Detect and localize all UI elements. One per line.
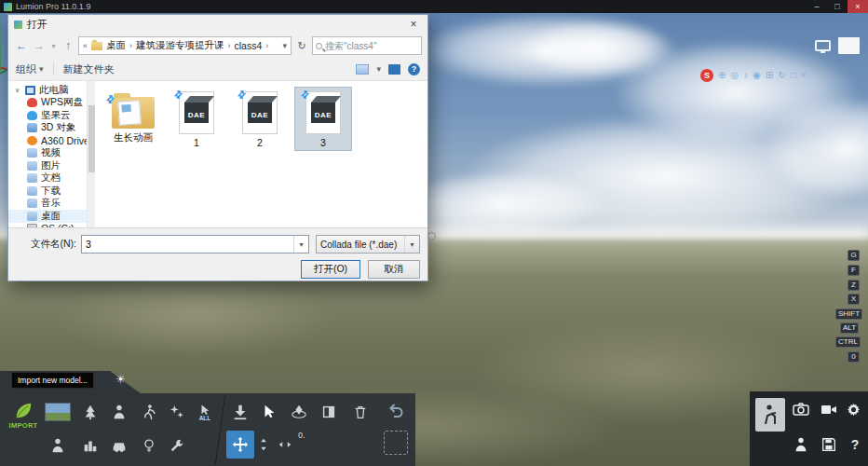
close-tool-icon[interactable]: ×	[801, 69, 807, 82]
import-button[interactable]: IMPORT	[5, 401, 42, 430]
expand-icon[interactable]: ∨	[15, 87, 21, 94]
tree-icon	[82, 404, 99, 420]
sidebar-item-videos[interactable]: 视频	[8, 147, 87, 160]
help-button[interactable]: ?	[843, 432, 867, 457]
character-category-button[interactable]	[105, 398, 133, 426]
cancel-button[interactable]: 取消	[368, 260, 420, 279]
keyboard-icon[interactable]: ⊞	[766, 69, 773, 82]
display-icon[interactable]	[815, 40, 831, 51]
search-input[interactable]	[325, 41, 418, 51]
mic-icon[interactable]: ♪	[743, 69, 748, 82]
file-item-dae-3-selected[interactable]: DAE ⇄ 3	[294, 87, 352, 151]
sidebar-item-music[interactable]: 音乐	[8, 198, 87, 211]
nature-library-button[interactable]	[44, 398, 72, 426]
breadcrumb-item-class4[interactable]: class4	[235, 40, 263, 51]
movie-button[interactable]	[817, 397, 841, 421]
chevron-icon: ›	[129, 41, 132, 50]
breadcrumb-item-course[interactable]: 建筑漫游专项提升课	[136, 39, 224, 52]
new-folder-button[interactable]: 新建文件夹	[63, 62, 115, 76]
filename-input[interactable]	[82, 239, 293, 250]
delete-object-button[interactable]	[346, 398, 374, 426]
utilities-button[interactable]	[163, 432, 191, 459]
settings-button[interactable]	[843, 399, 863, 419]
preview-pane-icon[interactable]	[388, 64, 400, 75]
vehicle-category-button[interactable]	[105, 432, 133, 459]
selection-marquee-button[interactable]	[384, 431, 408, 455]
file-item-folder[interactable]: ⇄ 生长动画	[104, 87, 162, 147]
photo-mode-button[interactable]	[755, 398, 785, 432]
place-object-button[interactable]	[226, 398, 254, 426]
window-title: Lumion Pro 11.0.1.9	[16, 2, 90, 11]
animated-people-button[interactable]	[135, 398, 163, 426]
help-icon[interactable]: ?	[408, 63, 420, 75]
organize-menu[interactable]: 组织 ▾	[16, 62, 44, 76]
breadcrumb-collapse[interactable]: «	[83, 41, 88, 50]
minimize-button[interactable]: –	[807, 0, 827, 13]
breadcrumb-item-desktop[interactable]: 桌面	[106, 39, 126, 52]
photo-button[interactable]	[789, 397, 813, 421]
move-horizontal-button[interactable]	[274, 431, 296, 459]
sidebar-item-downloads[interactable]: 下载	[8, 185, 87, 198]
file-name: 3	[320, 137, 326, 148]
filetype-dropdown-icon[interactable]: ▾	[404, 236, 419, 253]
select-all-button[interactable]: ALL	[191, 398, 219, 426]
mass-placement-button[interactable]	[76, 432, 104, 459]
sidebar-item-this-pc[interactable]: ∨ 此电脑	[8, 84, 87, 97]
nudge-value[interactable]: 0.	[298, 431, 305, 440]
filename-dropdown-icon[interactable]: ▾	[293, 236, 308, 253]
file-item-dae-2[interactable]: DAE ⇄ 2	[231, 87, 289, 151]
light-category-button[interactable]	[135, 432, 163, 459]
move-object-button[interactable]	[226, 431, 254, 459]
up-button[interactable]: ↑	[61, 39, 75, 52]
save-button[interactable]	[817, 432, 841, 457]
panorama-button[interactable]	[789, 432, 813, 457]
views-dropdown-icon[interactable]: ▾	[376, 64, 381, 74]
search-box[interactable]	[312, 36, 422, 55]
window-close-button[interactable]: ×	[848, 0, 868, 13]
sidebar-item-wps-cloud[interactable]: WPS网盘	[8, 97, 87, 110]
address-dropdown-icon[interactable]: ▾	[282, 41, 287, 50]
sidebar-item-nutstore[interactable]: 坚果云	[8, 109, 87, 122]
sidebar-scrollbar[interactable]	[87, 81, 95, 227]
sidebar-item-desktop[interactable]: 桌面	[8, 210, 87, 223]
square-icon	[320, 404, 337, 420]
change-view-icon[interactable]	[356, 64, 369, 75]
people-category-button[interactable]	[44, 432, 72, 459]
move-vertical-button[interactable]	[253, 431, 274, 459]
pen-icon[interactable]: ⊕	[718, 69, 726, 82]
back-button[interactable]: ←	[14, 39, 29, 52]
file-item-dae-1[interactable]: DAE ⇄ 1	[168, 87, 225, 151]
lightbulb-icon	[141, 437, 157, 454]
dialog-close-button[interactable]: ×	[405, 18, 422, 31]
tree-category-button[interactable]	[76, 398, 104, 426]
refresh-button[interactable]: ↻	[294, 40, 309, 52]
refresh-tool-icon[interactable]: ↻	[778, 69, 785, 82]
sidebar-item-3d-objects[interactable]: 3D 对象	[8, 122, 87, 135]
forward-button[interactable]: →	[32, 39, 47, 52]
filetype-value: Collada file (*.dae)	[317, 240, 404, 250]
maximize-button[interactable]: □	[827, 0, 848, 13]
cloud	[522, 21, 671, 76]
organize-label: 组织	[16, 62, 36, 76]
undo-button[interactable]	[382, 396, 410, 424]
effects-library-button[interactable]	[163, 398, 191, 426]
shape-icon[interactable]: ◎	[730, 69, 739, 82]
rotate-object-button[interactable]	[285, 398, 313, 426]
screen-tool-logo[interactable]: S	[700, 69, 713, 82]
open-button[interactable]: 打开(O)	[301, 260, 360, 279]
scrollbar-thumb[interactable]	[88, 105, 95, 172]
sun-weather-icon[interactable]: ☀	[115, 373, 126, 386]
sidebar-item-documents[interactable]: 文档	[8, 172, 87, 185]
sidebar-item-pictures[interactable]: 图片	[8, 159, 87, 172]
dialog-body: ∨ 此电脑 WPS网盘 坚果云 3D 对象 A360 Drive	[8, 80, 427, 228]
camera-capture-icon[interactable]: ◉	[753, 69, 761, 82]
scale-object-button[interactable]	[315, 398, 343, 426]
breadcrumb[interactable]: « 桌面 › 建筑漫游专项提升课 › class4 › ▾	[78, 36, 292, 55]
sidebar-item-a360-drive[interactable]: A360 Drive	[8, 134, 87, 147]
monitor-tool-icon[interactable]: □	[791, 69, 796, 82]
filename-combo[interactable]: ▾	[81, 235, 309, 254]
filetype-select[interactable]: Collada file (*.dae) ▾	[316, 235, 420, 254]
history-dropdown[interactable]: ▾	[49, 42, 58, 50]
dialog-titlebar[interactable]: 打开 ×	[8, 15, 427, 34]
select-tool-button[interactable]	[255, 398, 283, 426]
